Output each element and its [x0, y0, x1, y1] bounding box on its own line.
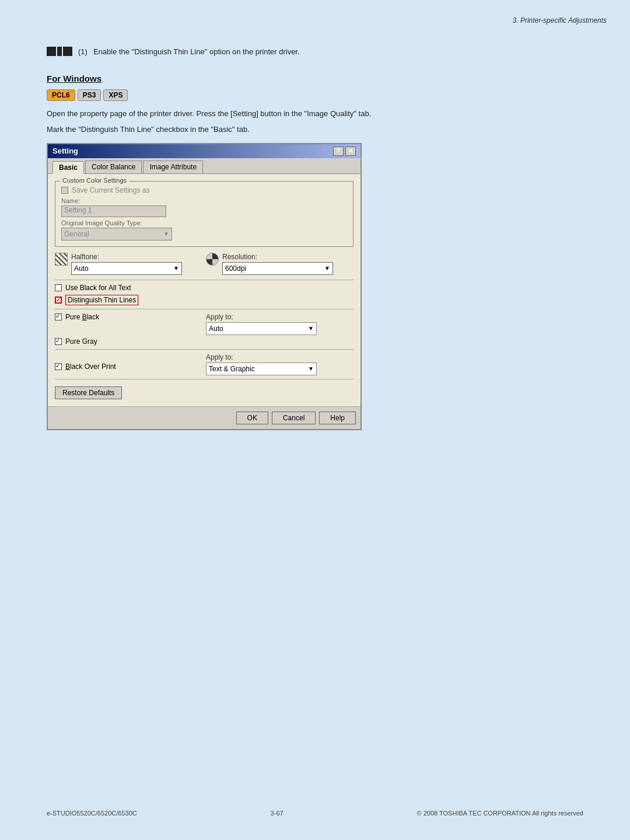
sep-4 [55, 379, 354, 379]
intro-text: Enable the "Distinguish Thin Line" optio… [93, 47, 300, 56]
ok-button[interactable]: OK [236, 412, 268, 424]
black-over-print-checkbox[interactable] [55, 363, 62, 370]
halftone-label: Halftone: [71, 253, 182, 261]
save-current-label: Save Current Settings as [72, 186, 149, 194]
title-buttons: ? ✕ [333, 147, 356, 156]
halftone-arrow: ▼ [173, 265, 179, 271]
instruction-2: Mark the "Distinguish Thin Line" checkbo… [47, 124, 583, 136]
tab-basic[interactable]: Basic [52, 161, 84, 174]
dialog-body: Custom Color Settings Save Current Setti… [48, 173, 360, 406]
footer-right: © 2008 TOSHIBA TEC CORPORATION All right… [417, 810, 583, 817]
use-black-label: Use Black for All Text [65, 284, 131, 292]
close-btn[interactable]: ✕ [345, 147, 356, 156]
distinguish-row: Distinguish Thin Lines [55, 295, 354, 305]
pure-black-col: Pure Black [55, 313, 202, 321]
save-current-checkbox[interactable] [61, 187, 68, 194]
badge-ps3: PS3 [78, 89, 102, 101]
intro-line: (1) Enable the "Distinguish Thin Line" o… [47, 47, 583, 56]
halftone-block: Halftone: Auto ▼ [55, 253, 202, 275]
page-header: 3. Printer-specific Adjustments [513, 16, 607, 25]
custom-color-settings-group: Custom Color Settings Save Current Setti… [55, 181, 354, 247]
quality-select[interactable]: General ▼ [61, 228, 172, 241]
sep-3 [55, 349, 354, 350]
apply-to-2-select[interactable]: Text & Graphic ▼ [206, 363, 317, 375]
pure-black-label: Pure Black [65, 313, 99, 321]
step-number: (1) [78, 47, 88, 56]
apply-to-1-col: Apply to: Auto ▼ [206, 313, 354, 335]
cancel-button[interactable]: Cancel [272, 412, 316, 424]
step-icons [47, 47, 72, 56]
dialog-titlebar: Setting ? ✕ [48, 144, 360, 158]
use-black-checkbox[interactable] [55, 284, 62, 291]
apply-to-2-value: Text & Graphic [209, 365, 255, 373]
pure-gray-row: Pure Gray [55, 337, 354, 346]
section-title: For Windows [47, 74, 583, 83]
name-input[interactable]: Setting 1 [61, 205, 166, 217]
quality-label: Original Image Quality Type: [61, 219, 347, 226]
halftone-value: Auto [74, 264, 89, 273]
dialog-tabs: Basic Color Balance Image Attribute [48, 158, 360, 173]
quality-value: General [64, 230, 89, 238]
tab-image-attribute[interactable]: Image Attribute [143, 161, 203, 173]
pure-gray-checkbox[interactable] [55, 338, 62, 345]
use-black-row: Use Black for All Text [55, 284, 354, 292]
pure-gray-label: Pure Gray [65, 337, 97, 346]
help-icon-btn[interactable]: ? [333, 147, 344, 156]
name-label: Name: [61, 197, 347, 204]
resolution-arrow: ▼ [324, 265, 330, 271]
badge-xps: XPS [103, 89, 128, 101]
badge-row: PCL6 PS3 XPS [47, 89, 583, 101]
icon-sq-2 [57, 47, 62, 56]
apply-to-2-label: Apply to: [206, 353, 354, 361]
apply-to-1-label: Apply to: [206, 313, 354, 321]
halftone-icon [55, 253, 68, 266]
resolution-icon [206, 253, 219, 266]
footer-center: 3-67 [271, 810, 284, 817]
resolution-block: Resolution: 600dpi ▼ [206, 253, 354, 275]
setting-dialog: Setting ? ✕ Basic Color Balance Image At… [47, 143, 362, 430]
restore-defaults-button[interactable]: Restore Defaults [55, 386, 122, 399]
resolution-label: Resolution: [222, 253, 333, 261]
save-current-row: Save Current Settings as [61, 186, 347, 194]
sep-2 [55, 309, 354, 309]
content-area: (1) Enable the "Distinguish Thin Line" o… [47, 47, 583, 430]
halftone-resolution-row: Halftone: Auto ▼ Resolution: [55, 253, 354, 275]
black-over-print-label: Black Over Print [65, 363, 116, 371]
tab-color-balance[interactable]: Color Balance [85, 161, 142, 173]
instruction-1: Open the property page of the printer dr… [47, 108, 583, 120]
apply-to-2-arrow: ▼ [308, 365, 314, 372]
group-box-title: Custom Color Settings [60, 177, 129, 184]
quality-arrow: ▼ [163, 231, 169, 237]
apply-to-2-col: Apply to: Text & Graphic ▼ [206, 353, 354, 375]
black-over-print-apply-row: Black Over Print Apply to: Text & Graphi… [55, 353, 354, 375]
dialog-title: Setting [52, 147, 78, 155]
icon-sq-1 [47, 47, 56, 56]
page-footer: e-STUDIO5520C/6520C/6530C 3-67 © 2008 TO… [0, 810, 630, 817]
footer-left: e-STUDIO5520C/6520C/6530C [47, 810, 137, 817]
black-over-print-col: Black Over Print [55, 363, 202, 371]
apply-to-1-arrow: ▼ [308, 325, 314, 332]
apply-to-1-select[interactable]: Auto ▼ [206, 322, 317, 335]
dialog-footer: OK Cancel Help [48, 406, 360, 429]
distinguish-checkbox[interactable] [55, 297, 62, 304]
apply-to-1-value: Auto [209, 325, 223, 333]
icon-sq-3 [63, 47, 72, 56]
resolution-select[interactable]: 600dpi ▼ [222, 262, 333, 275]
sep-1 [55, 280, 354, 280]
header-title: 3. Printer-specific Adjustments [513, 16, 607, 25]
distinguish-label: Distinguish Thin Lines [65, 295, 138, 305]
halftone-select[interactable]: Auto ▼ [71, 262, 182, 275]
pure-black-checkbox[interactable] [55, 313, 62, 320]
help-button[interactable]: Help [319, 412, 356, 424]
pure-black-apply-row: Pure Black Apply to: Auto ▼ [55, 313, 354, 335]
badge-pcl6: PCL6 [47, 89, 75, 101]
resolution-value: 600dpi [225, 264, 246, 273]
